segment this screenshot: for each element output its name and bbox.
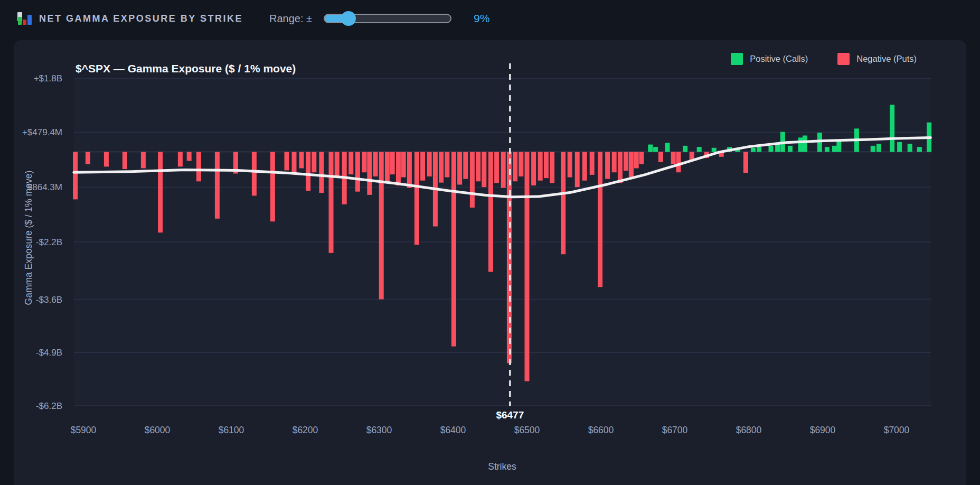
- gamma-bar-6681[interactable]: [658, 152, 663, 162]
- gamma-bar-6690[interactable]: [665, 143, 670, 152]
- gamma-bar-6081[interactable]: [215, 152, 220, 219]
- gamma-bar-6609[interactable]: [605, 152, 610, 179]
- gamma-bar-6733[interactable]: [697, 147, 702, 152]
- gamma-bar-6549[interactable]: [561, 152, 566, 255]
- gamma-bar-6392[interactable]: [445, 152, 449, 178]
- gamma-bar-6185[interactable]: [292, 152, 297, 175]
- gamma-bar-6442[interactable]: [482, 152, 486, 188]
- gamma-bar-6655[interactable]: [639, 152, 644, 164]
- gamma-bar-6295[interactable]: [373, 152, 378, 177]
- gamma-bar-6526[interactable]: [544, 152, 549, 179]
- gamma-bar-6359[interactable]: [420, 152, 425, 181]
- gamma-bar-6468[interactable]: [501, 152, 506, 188]
- gamma-bar-6916[interactable]: [832, 146, 837, 152]
- gamma-bar-6806[interactable]: [751, 148, 756, 152]
- x-tick-label: $6800: [736, 425, 762, 435]
- spot-price-label: $6477: [496, 409, 524, 421]
- gamma-bar-6262[interactable]: [348, 152, 353, 175]
- gamma-bar-5981[interactable]: [141, 152, 146, 169]
- gamma-bar-6235[interactable]: [329, 152, 334, 253]
- gamma-bar-7018[interactable]: [908, 144, 912, 152]
- gamma-bar-6634[interactable]: [624, 152, 628, 171]
- gamma-bar-6626[interactable]: [618, 152, 623, 183]
- gamma-bar-6492[interactable]: [519, 152, 523, 177]
- gamma-bar-6043[interactable]: [187, 152, 192, 161]
- gamma-bar-6426[interactable]: [470, 152, 475, 208]
- gamma-bar-6131[interactable]: [252, 152, 257, 196]
- gamma-bar-6518[interactable]: [538, 152, 543, 181]
- gamma-bar-6004[interactable]: [158, 152, 163, 233]
- gamma-bar-6839[interactable]: [775, 145, 780, 152]
- gamma-bar-6906[interactable]: [825, 147, 830, 152]
- gamma-bar-6667[interactable]: [648, 145, 653, 152]
- gamma-bar-6212[interactable]: [312, 152, 316, 173]
- gamma-bar-6243[interactable]: [335, 152, 340, 177]
- gamma-bar-6698[interactable]: [671, 152, 676, 164]
- gamma-bar-6599[interactable]: [598, 152, 602, 287]
- gamma-bar-6814[interactable]: [757, 147, 761, 152]
- gamma-bar-6753[interactable]: [712, 148, 717, 152]
- gamma-bar-6031[interactable]: [178, 152, 183, 167]
- gamma-bar-6830[interactable]: [769, 146, 774, 152]
- gamma-bar-6417[interactable]: [463, 152, 468, 179]
- gamma-bar-5906[interactable]: [86, 152, 90, 164]
- gamma-bar-6509[interactable]: [531, 152, 536, 186]
- gamma-bar-6280[interactable]: [362, 152, 367, 173]
- gamma-bar-6204[interactable]: [306, 152, 310, 191]
- gamma-bar-7031[interactable]: [917, 147, 922, 152]
- gamma-bar-6434[interactable]: [476, 152, 480, 182]
- x-tick-label: $6300: [366, 425, 392, 435]
- gamma-bar-6568[interactable]: [575, 152, 580, 188]
- gamma-bar-6056[interactable]: [196, 152, 201, 182]
- gamma-bar-6401[interactable]: [451, 152, 456, 347]
- gamma-bar-6870[interactable]: [798, 137, 803, 152]
- gamma-bar-6714[interactable]: [683, 146, 687, 152]
- gamma-bar-6333[interactable]: [401, 152, 406, 178]
- gamma-bar-6384[interactable]: [439, 152, 444, 183]
- gamma-bar-6648[interactable]: [634, 152, 639, 169]
- gamma-bar-6641[interactable]: [629, 152, 634, 178]
- gamma-bar-6856[interactable]: [788, 146, 793, 152]
- gamma-bar-6976[interactable]: [877, 144, 881, 152]
- gamma-bar-6994[interactable]: [890, 105, 894, 152]
- gamma-bar-6534[interactable]: [550, 152, 554, 183]
- gamma-bar-6674[interactable]: [653, 147, 658, 152]
- y-tick-label: +$1.8B: [34, 73, 62, 83]
- gamma-bar-6705[interactable]: [676, 152, 681, 173]
- gamma-bar-6271[interactable]: [355, 152, 360, 192]
- gamma-bar-5889[interactable]: [73, 152, 78, 200]
- gamma-bar-6311[interactable]: [385, 152, 390, 182]
- gamma-bar-6326[interactable]: [396, 152, 401, 186]
- gamma-bar-6578[interactable]: [582, 152, 587, 181]
- gamma-bar-6303[interactable]: [379, 152, 384, 300]
- gamma-bar-6558[interactable]: [568, 152, 572, 178]
- gamma-bar-6351[interactable]: [414, 152, 419, 245]
- y-tick-label: -$3.6B: [36, 295, 62, 305]
- gamma-bar-6368[interactable]: [427, 152, 432, 177]
- gamma-bar-6968[interactable]: [871, 146, 875, 152]
- gamma-bar-5931[interactable]: [104, 152, 109, 167]
- gamma-bar-6451[interactable]: [488, 152, 493, 272]
- gamma-bar-6318[interactable]: [390, 152, 395, 175]
- gamma-bar-6500[interactable]: [525, 152, 530, 381]
- gamma-bar-6459[interactable]: [494, 152, 499, 183]
- x-axis-title: Strikes: [488, 461, 516, 472]
- x-tick-label: $7000: [884, 425, 910, 435]
- gamma-bar-6876[interactable]: [803, 136, 807, 152]
- gamma-bar-6287[interactable]: [367, 152, 372, 195]
- gamma-bar-7004[interactable]: [897, 142, 902, 152]
- gamma-bar-6222[interactable]: [319, 152, 324, 193]
- gamma-bar-6796[interactable]: [743, 152, 748, 173]
- gamma-bar-6484[interactable]: [513, 152, 517, 182]
- gamma-exposure-chart: +$1.8B+$479.4M$864.3M-$2.2B-$3.6B-$4.9B-…: [0, 0, 980, 485]
- gamma-bar-6409[interactable]: [457, 152, 462, 185]
- gamma-bar-6156[interactable]: [270, 152, 275, 222]
- gamma-bar-5956[interactable]: [123, 152, 127, 170]
- y-axis-title: Gamma Exposure ($ / 1% move): [23, 171, 34, 305]
- gamma-bar-6195[interactable]: [299, 152, 304, 169]
- gamma-bar-6341[interactable]: [407, 152, 412, 188]
- gamma-bar-6588[interactable]: [590, 152, 595, 175]
- gamma-bar-6618[interactable]: [612, 152, 617, 173]
- gamma-bar-6175[interactable]: [285, 152, 289, 171]
- x-tick-label: $6000: [145, 425, 171, 435]
